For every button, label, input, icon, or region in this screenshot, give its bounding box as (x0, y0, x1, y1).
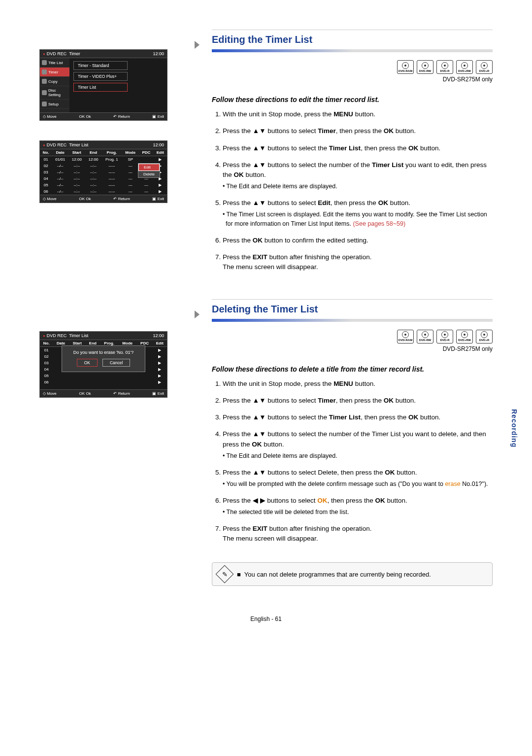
steps-list: With the unit in Stop mode, press the ME… (212, 379, 493, 551)
step-item: Press the ▲▼ buttons to select the numbe… (223, 160, 493, 191)
section-heading: Editing the Timer List (212, 30, 493, 52)
table-row[interactable]: 05▶ (40, 373, 167, 379)
sidebar-item[interactable]: Title List (40, 58, 69, 68)
step-item: Press the ▲▼ buttons to select the Timer… (223, 412, 493, 422)
section-arrow-icon (195, 41, 200, 49)
step-item: Press the EXIT button after finishing th… (223, 524, 493, 544)
step-sub: • The Edit and Delete items are displaye… (223, 182, 493, 191)
clock-label: 12:00 (153, 142, 164, 147)
disc-icon: DVD+R (476, 60, 493, 74)
panel-title: Timer List (69, 142, 88, 147)
step-item: With the unit in Stop mode, press the ME… (223, 379, 493, 389)
highlight-text: erase (445, 481, 460, 487)
step-sub: • The selected title will be deleted fro… (223, 508, 493, 517)
step-item: Press the ▲▼ buttons to select Timer, th… (223, 396, 493, 406)
sidebar-item[interactable]: Copy (40, 77, 69, 86)
screenshots-column: DVD REC Timer 12:00 Title List Timer Cop… (39, 30, 187, 586)
disc-icon: DVD-R (436, 60, 453, 74)
sidebar-item[interactable]: Disc Setting (40, 86, 69, 100)
page-footer: English - 61 (39, 616, 493, 622)
screenshot-timer-list: DVD REC Timer List 12:00 No.Date StartEn… (39, 140, 167, 203)
step-item: Press the ▲▼ buttons to select Timer, th… (223, 126, 493, 136)
confirm-cancel-button[interactable]: Cancel (102, 359, 130, 367)
page: DVD REC Timer 12:00 Title List Timer Cop… (39, 30, 493, 586)
confirm-message: Do you want to erase 'No. 01'? (69, 350, 138, 355)
menu-option[interactable]: Timer - VIDEO Plus+ (73, 72, 128, 81)
highlight-text: OK (317, 497, 327, 504)
screenshot-confirm-delete: DVD REC Timer List 12:00 No.Date StartEn… (39, 331, 167, 398)
rec-label: DVD REC (47, 51, 67, 56)
step-item: With the unit in Stop mode, press the ME… (223, 109, 493, 119)
table-row[interactable]: 06--/----:----:-------------▶ (40, 188, 167, 195)
disc-icon: DVD-RAM (397, 60, 414, 74)
menu-option[interactable]: Timer - Standard (73, 61, 128, 70)
popup-item-delete[interactable]: Delete (138, 171, 160, 177)
step-item: Press the EXIT button after finishing th… (223, 252, 493, 273)
instructions-column: Editing the Timer List DVD-RAMDVD-RWDVD-… (212, 30, 493, 586)
section-arrow-icon (195, 310, 200, 318)
button-ref-menu: MENU (333, 110, 353, 118)
confirm-ok-button[interactable]: OK (77, 359, 98, 367)
disc-icon: DVD+RW (456, 60, 473, 74)
section-subhead: Follow these directions to delete a titl… (212, 365, 493, 373)
clock-label: 12:00 (153, 51, 164, 56)
edit-delete-popup: Edit Delete (138, 163, 160, 178)
clock-label: 12:00 (153, 333, 164, 338)
section-heading: Deleting the Timer List (212, 299, 493, 322)
hint-return: ↶ Return (113, 114, 130, 119)
popup-item-edit[interactable]: Edit (138, 164, 160, 171)
confirm-dialog: Do you want to erase 'No. 01'? OK Cancel (62, 345, 145, 372)
step-item: Press the ▲▼ buttons to select Delete, t… (223, 468, 493, 489)
step-sub: • You will be prompted with the delete c… (223, 480, 493, 489)
note-box: ✎ ■ You can not delete programmes that a… (212, 562, 493, 586)
step-item: Press the ▲▼ buttons to select the numbe… (223, 429, 493, 460)
step-item: Press the ◀ ▶ buttons to select OK, then… (223, 496, 493, 517)
disc-icon: DVD+R (476, 330, 493, 344)
model-note: DVD-SR275M only (212, 345, 493, 352)
disc-compatibility-row: DVD-RAMDVD-RWDVD-RDVD+RWDVD+R (212, 330, 493, 344)
section-subhead: Follow these directions to edit the time… (212, 96, 493, 103)
hint-move: ◇ Move (43, 114, 57, 119)
step-item: Press the OK button to confirm the edite… (223, 236, 493, 245)
menu-option[interactable]: Timer List (73, 83, 128, 92)
screenshot-timer-menu: DVD REC Timer 12:00 Title List Timer Cop… (39, 49, 167, 121)
steps-list: With the unit in Stop mode, press the ME… (212, 109, 493, 279)
table-row[interactable]: 06▶ (40, 379, 167, 385)
disc-compatibility-row: DVD-RAMDVD-RWDVD-RDVD+RWDVD+R (212, 60, 493, 74)
disc-icon: DVD-R (436, 330, 453, 344)
step-sub: • The Timer List screen is displayed. Ed… (223, 210, 493, 229)
section-tab: Recording (510, 409, 518, 447)
sidebar-item[interactable]: Timer (40, 68, 69, 77)
hint-exit: ▣ Exit (152, 114, 164, 119)
disc-icon: DVD-RAM (397, 330, 414, 344)
note-icon: ✎ (216, 565, 234, 584)
model-note: DVD-SR275M only (212, 76, 493, 83)
hint-ok: OK Ok (79, 114, 91, 119)
panel-title: Timer List (69, 333, 88, 338)
step-item: Press the ▲▼ buttons to select the Timer… (223, 143, 493, 153)
sidebar-item[interactable]: Setup (40, 100, 69, 109)
disc-icon: DVD-RW (417, 330, 433, 344)
step-sub: • The Edit and Delete items are displaye… (223, 451, 493, 461)
step-item: Press the ▲▼ buttons to select Edit, the… (223, 198, 493, 229)
note-text: You can not delete programmes that are c… (244, 571, 431, 578)
table-row[interactable]: 05--/----:----:-------------▶ (40, 182, 167, 188)
disc-icon: DVD-RW (417, 60, 433, 74)
table-row[interactable]: 0101/0112:0012:00Prog. 1SP▶ (40, 156, 167, 163)
disc-icon: DVD+RW (456, 330, 473, 344)
panel-title: Timer (69, 51, 80, 56)
page-reference-link: (See pages 58~59) (353, 220, 405, 227)
